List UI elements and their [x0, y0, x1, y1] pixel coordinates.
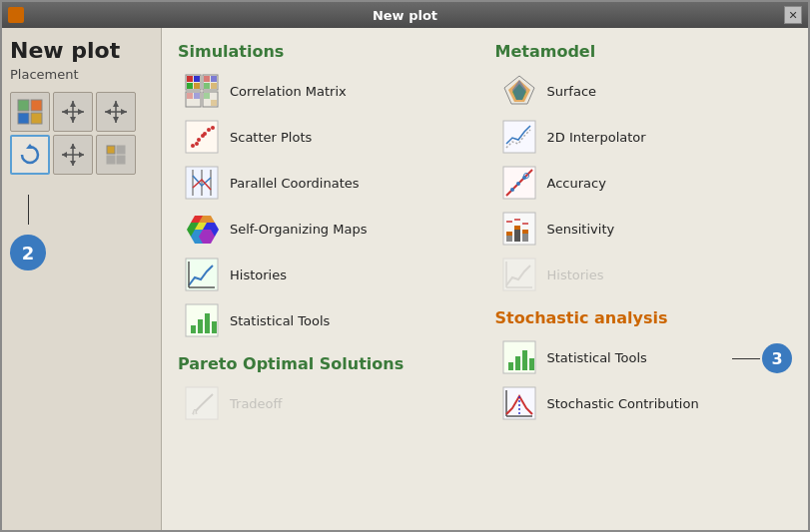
- svg-rect-26: [117, 146, 125, 154]
- svg-rect-33: [187, 76, 193, 82]
- svg-rect-0: [18, 100, 29, 111]
- menu-item-self-organizing-maps[interactable]: Self-Organizing Maps: [178, 207, 475, 251]
- svg-rect-35: [187, 83, 193, 89]
- svg-marker-20: [70, 144, 76, 149]
- placement-btn-move[interactable]: [53, 135, 93, 175]
- svg-rect-100: [522, 350, 527, 370]
- content-area: New plot Placement: [2, 28, 808, 530]
- menu-item-parallel-coordinates[interactable]: Parallel Coordinates: [178, 161, 475, 205]
- main-content: Simulations: [162, 28, 808, 530]
- self-organizing-maps-icon: [184, 211, 220, 247]
- menu-item-histories[interactable]: Histories: [178, 253, 475, 296]
- svg-point-49: [207, 128, 211, 132]
- menu-item-histories-meta: Histories: [495, 253, 793, 296]
- menu-item-surface[interactable]: Surface: [495, 69, 793, 113]
- svg-rect-70: [205, 313, 210, 333]
- svg-rect-94: [503, 259, 535, 290]
- svg-rect-69: [198, 319, 203, 333]
- svg-rect-41: [187, 93, 193, 99]
- svg-marker-21: [70, 161, 76, 166]
- statistical-tools-stoch-label: Statistical Tools: [547, 350, 647, 365]
- left-column: Simulations: [178, 42, 475, 427]
- accuracy-icon: [501, 165, 537, 201]
- surface-icon: [501, 73, 537, 109]
- svg-rect-77: [503, 121, 535, 153]
- svg-rect-72: [186, 387, 218, 419]
- svg-rect-38: [211, 76, 217, 82]
- sensitivity-icon: [501, 211, 537, 247]
- divider-2: [495, 298, 793, 308]
- metamodel-header: Metamodel: [495, 42, 793, 61]
- sidebar: New plot Placement: [2, 28, 162, 530]
- svg-rect-90: [522, 230, 528, 234]
- correlation-matrix-label: Correlation Matrix: [230, 84, 347, 99]
- svg-rect-89: [514, 226, 520, 230]
- menu-item-statistical-tools[interactable]: Statistical Tools: [178, 298, 475, 342]
- histories-icon: [184, 257, 220, 292]
- histories-meta-label: Histories: [547, 267, 604, 282]
- self-organizing-maps-label: Self-Organizing Maps: [230, 222, 367, 237]
- scatter-plots-icon: [184, 119, 220, 155]
- badge-3-connector-line: [732, 358, 760, 359]
- placement-btn-arrow-out[interactable]: [96, 92, 136, 132]
- tradeoff-label: Tradeoff: [230, 396, 283, 411]
- badge-3-area: 3: [732, 343, 792, 373]
- placement-btn-expand[interactable]: [96, 135, 136, 175]
- menu-item-tradeoff: Tradeoff: [178, 381, 475, 425]
- svg-rect-42: [194, 93, 200, 99]
- svg-rect-2: [18, 113, 29, 124]
- menu-item-accuracy[interactable]: Accuracy: [495, 161, 793, 205]
- svg-rect-3: [31, 113, 42, 124]
- svg-rect-64: [186, 259, 218, 290]
- svg-marker-5: [70, 101, 76, 107]
- svg-rect-98: [508, 362, 513, 370]
- statistical-tools-label: Statistical Tools: [230, 313, 330, 328]
- svg-rect-43: [204, 93, 210, 99]
- menu-item-sensitivity[interactable]: Sensitivity: [495, 207, 793, 251]
- svg-rect-101: [529, 358, 534, 370]
- titlebar: New plot ✕: [2, 2, 808, 28]
- close-button[interactable]: ✕: [784, 6, 802, 24]
- svg-rect-37: [204, 76, 210, 82]
- svg-point-47: [197, 138, 201, 142]
- svg-point-51: [203, 132, 207, 136]
- parallel-coordinates-icon: [184, 165, 220, 201]
- menu-item-scatter-plots[interactable]: Scatter Plots: [178, 115, 475, 159]
- sensitivity-label: Sensitivity: [547, 222, 615, 237]
- svg-rect-1: [31, 100, 42, 111]
- menu-item-stochastic-contribution[interactable]: Stochastic Contribution: [495, 381, 793, 425]
- histories-label: Histories: [230, 267, 287, 282]
- simulations-header: Simulations: [178, 42, 475, 61]
- columns-layout: Simulations: [178, 42, 792, 427]
- svg-point-81: [516, 182, 520, 186]
- svg-rect-25: [107, 146, 115, 154]
- menu-item-correlation-matrix[interactable]: Correlation Matrix: [178, 69, 475, 113]
- stochastic-contribution-label: Stochastic Contribution: [547, 396, 699, 411]
- divider-1: [178, 344, 475, 354]
- stochastic-header: Stochastic analysis: [495, 308, 793, 327]
- tradeoff-icon: [184, 385, 220, 421]
- accuracy-label: Accuracy: [547, 176, 606, 191]
- svg-marker-8: [62, 109, 68, 115]
- svg-point-80: [510, 188, 514, 192]
- badge-2: 2: [10, 235, 46, 270]
- svg-rect-99: [515, 356, 520, 370]
- sidebar-title: New plot: [10, 38, 153, 63]
- placement-btn-refresh[interactable]: [10, 135, 50, 175]
- svg-point-50: [195, 142, 199, 146]
- stochastic-statistical-tools-wrap: Statistical Tools 3: [495, 335, 793, 381]
- menu-item-2d-interpolator[interactable]: 2D Interpolator: [495, 115, 793, 159]
- svg-rect-39: [204, 83, 210, 89]
- pareto-header: Pareto Optimal Solutions: [178, 354, 475, 373]
- menu-item-statistical-tools-stoch[interactable]: Statistical Tools: [495, 335, 729, 379]
- svg-rect-44: [211, 100, 217, 106]
- svg-marker-24: [79, 152, 84, 158]
- connector-line: [28, 195, 29, 225]
- parallel-coordinates-label: Parallel Coordinates: [230, 176, 360, 191]
- placement-btn-center-h[interactable]: [53, 92, 93, 132]
- svg-rect-71: [212, 321, 217, 333]
- svg-rect-102: [503, 387, 535, 419]
- stochastic-contribution-icon: [501, 385, 537, 421]
- placement-btn-grid[interactable]: [10, 92, 50, 132]
- svg-point-52: [211, 126, 215, 130]
